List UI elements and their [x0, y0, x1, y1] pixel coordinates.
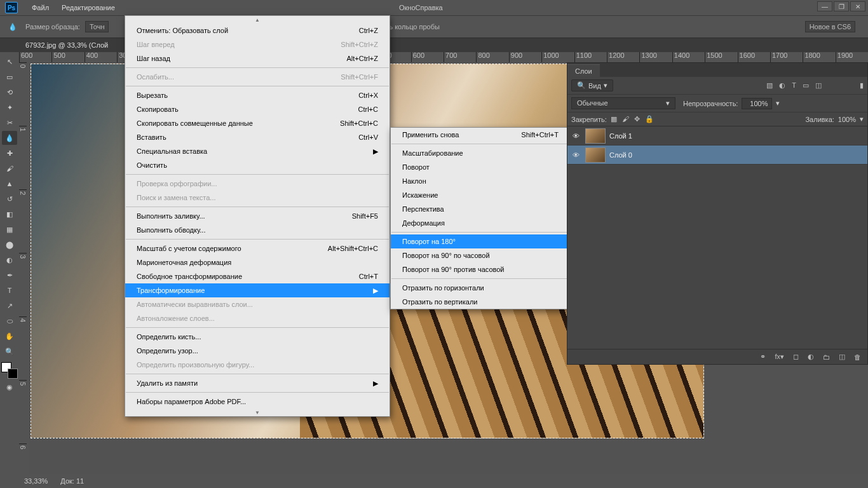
- menu-item[interactable]: Поворот на 90° против часовой: [391, 262, 570, 276]
- filter-pixel-icon[interactable]: ▧: [766, 81, 773, 90]
- maximize-button[interactable]: ❐: [834, 1, 849, 11]
- path-select-tool[interactable]: ↗: [2, 299, 17, 313]
- layer-row[interactable]: 👁 Слой 1: [567, 126, 867, 146]
- menu-item[interactable]: Поворот на 180°: [391, 234, 570, 248]
- zoom-tool[interactable]: 🔍: [2, 344, 17, 358]
- menu-item[interactable]: Наборы параметров Adobe PDF...: [125, 395, 390, 409]
- minimize-button[interactable]: —: [817, 1, 832, 11]
- menu-item[interactable]: Скопировать совмещенные данныеShift+Ctrl…: [125, 116, 390, 130]
- eyedropper-tool[interactable]: 💧: [2, 131, 17, 145]
- layer-name[interactable]: Слой 0: [609, 151, 632, 159]
- close-button[interactable]: ✕: [850, 1, 865, 11]
- menu-item[interactable]: Специальная вставка▶: [125, 144, 390, 158]
- visibility-icon[interactable]: 👁: [570, 132, 581, 140]
- type-tool[interactable]: T: [2, 283, 17, 297]
- filter-type-icon[interactable]: T: [792, 81, 796, 90]
- menu-item[interactable]: СкопироватьCtrl+C: [125, 102, 390, 116]
- opacity-field[interactable]: 100%: [742, 98, 772, 109]
- blur-tool[interactable]: ⬤: [2, 238, 17, 252]
- move-tool[interactable]: ↖: [2, 55, 17, 69]
- adjustment-layer-icon[interactable]: ◐: [808, 353, 814, 361]
- crop-tool[interactable]: ✂: [2, 116, 17, 130]
- group-icon[interactable]: 🗀: [823, 353, 830, 361]
- marquee-tool[interactable]: ▭: [2, 70, 17, 84]
- menu-edit[interactable]: Редактирование: [55, 1, 121, 14]
- lock-pixels-icon[interactable]: 🖌: [622, 115, 629, 123]
- menu-item[interactable]: Отменить: Образовать слойCtrl+Z: [125, 24, 390, 37]
- document-tab[interactable]: 67932.jpg @ 33,3% (Слой: [25, 41, 108, 49]
- menu-item[interactable]: Наклон: [391, 174, 570, 188]
- menu-file[interactable]: Файл: [25, 1, 55, 14]
- quick-select-tool[interactable]: ✦: [2, 100, 17, 114]
- background-swatch[interactable]: [8, 369, 18, 379]
- lasso-tool[interactable]: ⟲: [2, 85, 17, 99]
- layer-style-icon[interactable]: fx▾: [775, 353, 784, 361]
- eraser-tool[interactable]: ◧: [2, 207, 17, 221]
- menu-item[interactable]: Поворот: [391, 160, 570, 174]
- layer-thumbnail[interactable]: [585, 128, 606, 144]
- menu-item[interactable]: Удалить из памяти▶: [125, 376, 390, 390]
- ruler-vertical: 0123456789: [19, 62, 29, 474]
- menu-item[interactable]: Масштаб с учетом содержимогоAlt+Shift+Ct…: [125, 241, 390, 255]
- menu-item[interactable]: Свободное трансформированиеCtrl+T: [125, 269, 390, 283]
- menu-item[interactable]: Перспектива: [391, 202, 570, 216]
- filter-smart-icon[interactable]: ◫: [815, 81, 822, 90]
- brush-tool[interactable]: 🖌: [2, 161, 17, 175]
- pen-tool[interactable]: ✒: [2, 268, 17, 282]
- layer-filter-kind[interactable]: 🔍 Вид ▾: [571, 79, 613, 92]
- lock-position-icon[interactable]: ✥: [634, 115, 640, 123]
- menu-item[interactable]: Применить сноваShift+Ctrl+T: [391, 128, 570, 142]
- menu-item[interactable]: ВставитьCtrl+V: [125, 130, 390, 144]
- layer-mask-icon[interactable]: ◻: [793, 353, 799, 361]
- menu-item[interactable]: Шаг назадAlt+Ctrl+Z: [125, 51, 390, 65]
- layers-tab[interactable]: Слои: [567, 64, 600, 78]
- color-swatches[interactable]: [1, 362, 18, 379]
- blend-mode-select[interactable]: Обычные▾: [571, 97, 675, 109]
- history-brush-tool[interactable]: ↺: [2, 192, 17, 206]
- menu-item[interactable]: Масштабирование: [391, 146, 570, 160]
- healing-tool[interactable]: ✚: [2, 146, 17, 160]
- filter-adjust-icon[interactable]: ◐: [779, 81, 785, 90]
- menu-item[interactable]: Деформация: [391, 216, 570, 230]
- menu-item[interactable]: Поворот на 90° по часовой: [391, 248, 570, 262]
- menu-help[interactable]: Справка: [416, 4, 443, 11]
- visibility-icon[interactable]: 👁: [570, 151, 581, 159]
- menu-item[interactable]: Определить узор...: [125, 344, 390, 358]
- filter-shape-icon[interactable]: ▭: [803, 81, 809, 90]
- menu-item[interactable]: Определить кисть...: [125, 330, 390, 344]
- quickmask-toggle[interactable]: ◉: [2, 380, 17, 394]
- menu-item: Автоналожение слоев...: [125, 311, 390, 325]
- menu-scroll-down[interactable]: ▼: [125, 409, 390, 416]
- link-layers-icon[interactable]: ⚭: [760, 353, 766, 361]
- menu-item[interactable]: Выполнить заливку...Shift+F5: [125, 209, 390, 223]
- layers-panel-tabbar: Слои: [567, 63, 867, 77]
- lock-all-icon[interactable]: 🔒: [645, 115, 654, 123]
- dodge-tool[interactable]: ◐: [2, 253, 17, 267]
- lock-transparency-icon[interactable]: ▩: [611, 115, 617, 123]
- menu-item[interactable]: Отразить по вертикали: [391, 295, 570, 309]
- doc-info[interactable]: Док: 11: [60, 477, 84, 485]
- menu-item[interactable]: Очистить: [125, 158, 390, 172]
- menu-item[interactable]: Трансформирование▶: [125, 283, 390, 297]
- menu-item[interactable]: ВырезатьCtrl+X: [125, 88, 390, 102]
- layer-row[interactable]: 👁 Слой 0: [567, 146, 867, 165]
- gradient-tool[interactable]: ▦: [2, 222, 17, 236]
- menu-window[interactable]: Окно: [399, 4, 416, 11]
- layer-thumbnail[interactable]: [585, 147, 606, 163]
- sample-size-dropdown[interactable]: Точн: [85, 21, 109, 32]
- layer-name[interactable]: Слой 1: [609, 132, 632, 140]
- menu-item[interactable]: Марионеточная деформация: [125, 255, 390, 269]
- menu-item[interactable]: Выполнить обводку...: [125, 223, 390, 237]
- hand-tool[interactable]: ✋: [2, 329, 17, 343]
- zoom-level[interactable]: 33,33%: [24, 477, 48, 485]
- menu-item[interactable]: Искажение: [391, 188, 570, 202]
- filter-toggle[interactable]: ▮: [860, 81, 864, 90]
- menu-item[interactable]: Отразить по горизонтали: [391, 281, 570, 295]
- new-layer-icon[interactable]: ◫: [839, 353, 845, 361]
- fill-field[interactable]: 100%: [838, 116, 856, 123]
- workspace-switcher[interactable]: Новое в CS6: [805, 21, 855, 32]
- delete-layer-icon[interactable]: 🗑: [854, 353, 861, 361]
- stamp-tool[interactable]: ▲: [2, 177, 17, 191]
- shape-tool[interactable]: ⬭: [2, 314, 17, 328]
- menu-scroll-up[interactable]: ▲: [125, 16, 390, 24]
